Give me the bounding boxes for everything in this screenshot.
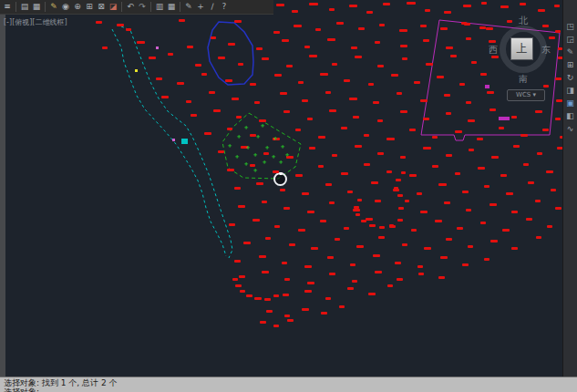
survey-point-label bbox=[450, 55, 457, 57]
measure-panel-icon[interactable]: ◧ bbox=[565, 111, 576, 121]
zoom-extents-icon[interactable]: ⊠ bbox=[96, 1, 107, 13]
table-icon[interactable]: ▦ bbox=[166, 1, 177, 13]
survey-point-label bbox=[444, 11, 451, 14]
menu-icon[interactable]: ≡ bbox=[2, 1, 13, 13]
help-icon[interactable]: ? bbox=[219, 1, 230, 13]
command-history-line: 选择对象: 找到 1 个, 总计 2 个 bbox=[0, 377, 577, 387]
survey-point-label bbox=[401, 171, 406, 174]
survey-point-label bbox=[355, 56, 362, 58]
survey-point-label bbox=[250, 83, 256, 86]
pink-node-point bbox=[172, 139, 175, 141]
viewcube-north-label[interactable]: 北 bbox=[519, 15, 528, 27]
survey-point-label bbox=[280, 189, 285, 191]
command-prompt-line[interactable]: 选择对象: bbox=[0, 387, 577, 392]
open-icon[interactable]: ▤ bbox=[19, 1, 30, 13]
viewcube-west-label[interactable]: 西 bbox=[489, 44, 498, 57]
draw-icon[interactable]: ✎ bbox=[183, 1, 194, 13]
measure-icon[interactable]: ∕ bbox=[207, 1, 218, 13]
survey-point-label bbox=[555, 30, 561, 33]
survey-point-label bbox=[490, 240, 498, 242]
left-dock-strip bbox=[0, 15, 5, 377]
layer-panel-icon[interactable]: ◳ bbox=[565, 22, 576, 32]
survey-point-label bbox=[302, 192, 309, 195]
survey-point-label bbox=[254, 101, 260, 104]
blue-parcel-outline[interactable] bbox=[208, 22, 253, 85]
survey-point-label bbox=[375, 271, 382, 273]
survey-point-label bbox=[309, 55, 317, 57]
survey-point-label bbox=[417, 192, 422, 195]
survey-point-label bbox=[400, 156, 406, 159]
drawing-canvas[interactable]: +++++++++++++++++ bbox=[0, 0, 562, 377]
cad-application-window: +++++++++++++++++ ≡▤▦✎◉⊕⊞⊠◪↶↷▥▦✎+∕? [-][… bbox=[0, 0, 577, 392]
green-node-marker: + bbox=[245, 145, 251, 150]
survey-point-label bbox=[218, 57, 225, 59]
grid-panel-icon[interactable]: ⊞ bbox=[565, 60, 576, 70]
view-panel-icon[interactable]: ◲ bbox=[565, 35, 576, 45]
green-node-marker: + bbox=[280, 144, 285, 150]
survey-point-label bbox=[477, 138, 483, 140]
survey-point-label bbox=[304, 46, 310, 48]
survey-point-label bbox=[349, 98, 357, 100]
refresh-icon[interactable]: ↻ bbox=[565, 73, 576, 83]
survey-point-label bbox=[435, 220, 442, 222]
survey-point-label bbox=[234, 20, 242, 23]
survey-point-label bbox=[191, 114, 197, 117]
survey-point-label bbox=[409, 174, 417, 177]
survey-point-label bbox=[280, 92, 287, 95]
palette-icon[interactable]: ◨ bbox=[565, 86, 576, 96]
viewcube-top-face[interactable]: 上 bbox=[510, 37, 533, 60]
survey-point-label bbox=[484, 258, 489, 261]
green-node-marker: + bbox=[284, 152, 290, 158]
survey-point-label bbox=[356, 245, 364, 248]
command-line-window[interactable]: 选择对象: 找到 1 个, 总计 2 个 选择对象: bbox=[0, 377, 577, 392]
curve-icon[interactable]: ∿ bbox=[565, 124, 576, 134]
survey-point-label bbox=[437, 76, 444, 78]
viewcube-south-label[interactable]: 南 bbox=[519, 73, 528, 86]
survey-point-label bbox=[383, 3, 390, 5]
polyline-tool-icon[interactable]: ✎ bbox=[48, 1, 59, 13]
annotate-icon[interactable]: ✎ bbox=[565, 47, 576, 57]
properties-icon[interactable]: ▥ bbox=[154, 1, 165, 13]
survey-point-label bbox=[353, 209, 360, 211]
survey-point-label bbox=[187, 46, 193, 48]
survey-point-label bbox=[336, 22, 344, 25]
survey-point-label bbox=[339, 305, 345, 308]
wcs-dropdown[interactable]: WCS ▾ bbox=[507, 89, 545, 101]
toolbar-separator bbox=[180, 2, 180, 12]
survey-point-label bbox=[511, 116, 517, 119]
survey-point-label bbox=[444, 201, 450, 204]
survey-point-label bbox=[284, 278, 290, 281]
zoom-icon[interactable]: ⊕ bbox=[72, 1, 83, 13]
survey-point-label bbox=[502, 229, 510, 232]
survey-point-label bbox=[256, 47, 263, 50]
survey-point-label bbox=[420, 99, 428, 102]
pan-icon[interactable]: ◉ bbox=[60, 1, 71, 13]
survey-point-label bbox=[523, 163, 529, 166]
survey-point-label bbox=[102, 46, 108, 49]
panel-blue-icon[interactable]: ▣ bbox=[565, 98, 576, 108]
green-node-marker: + bbox=[260, 123, 265, 129]
move-icon[interactable]: + bbox=[195, 1, 206, 13]
survey-point-label bbox=[506, 192, 513, 195]
road-edge-right[interactable] bbox=[121, 26, 232, 258]
survey-point-label bbox=[321, 312, 327, 315]
survey-point-label bbox=[186, 100, 191, 103]
road-edge-left[interactable] bbox=[112, 29, 226, 256]
survey-point-label bbox=[347, 287, 354, 290]
zoom-window-icon[interactable]: ⊞ bbox=[84, 1, 95, 13]
viewcube-east-label[interactable]: 东 bbox=[541, 44, 551, 57]
survey-point-label bbox=[551, 189, 556, 191]
survey-point-label bbox=[263, 152, 269, 155]
save-icon[interactable]: ▦ bbox=[31, 1, 42, 13]
viewport-controls-label[interactable]: [-][俯视][二维线框] bbox=[4, 17, 67, 27]
survey-point-label bbox=[405, 200, 409, 202]
survey-point-label bbox=[282, 262, 287, 264]
survey-point-label bbox=[304, 265, 312, 268]
survey-point-label bbox=[368, 293, 376, 295]
survey-point-label bbox=[377, 65, 384, 67]
survey-point-label bbox=[266, 310, 273, 313]
plot-icon[interactable]: ◪ bbox=[108, 1, 118, 13]
viewcube[interactable]: 北 南 西 东 上 WCS ▾ bbox=[494, 16, 554, 100]
undo-icon[interactable]: ↶ bbox=[125, 1, 136, 13]
redo-icon[interactable]: ↷ bbox=[137, 1, 148, 13]
